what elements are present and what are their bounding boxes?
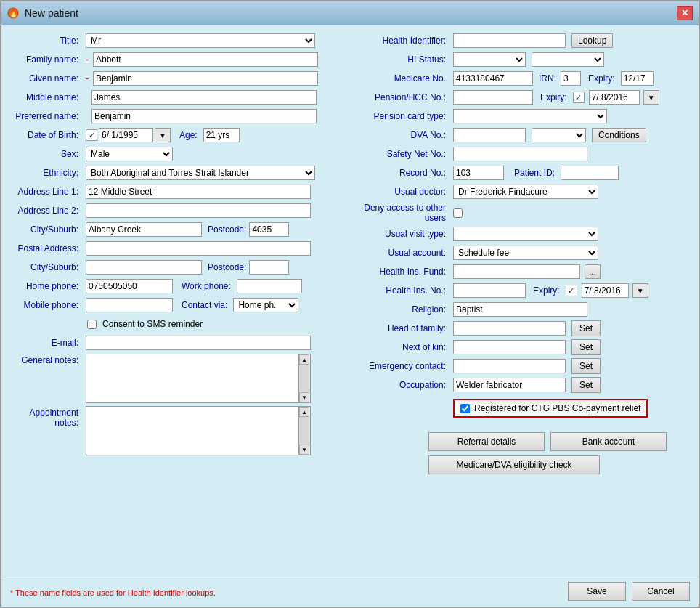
- pension-card-type-select[interactable]: [453, 109, 607, 123]
- address2-input[interactable]: [86, 203, 311, 218]
- sex-select[interactable]: Male: [86, 147, 173, 161]
- address1-input[interactable]: [86, 185, 311, 199]
- pension-calendar-button[interactable]: ▼: [643, 90, 659, 105]
- usual-doctor-select[interactable]: Dr Frederick Findacure: [453, 185, 598, 199]
- city-input[interactable]: [86, 222, 202, 237]
- hi-status-select2[interactable]: [532, 52, 604, 67]
- emergency-contact-label: Emergency contact:: [356, 361, 450, 371]
- medicare-expiry-input[interactable]: [621, 71, 654, 86]
- medicare-dva-check-button[interactable]: Medicare/DVA eligibility check: [428, 455, 600, 474]
- general-notes-scroll-up[interactable]: ▲: [299, 354, 309, 365]
- conditions-button[interactable]: Conditions: [592, 128, 646, 142]
- health-ins-expiry-input[interactable]: [582, 283, 629, 298]
- bank-account-button[interactable]: Bank account: [550, 432, 667, 451]
- ethnicity-select[interactable]: Both Aboriginal and Torres Strait Island…: [86, 166, 315, 180]
- medicare-expiry-label: Expiry:: [588, 73, 615, 84]
- general-notes-scroll-down[interactable]: ▼: [299, 392, 309, 402]
- consent-sms-label: Consent to SMS reminder: [102, 319, 203, 329]
- given-name-input[interactable]: [93, 71, 318, 86]
- hi-input[interactable]: [453, 33, 566, 48]
- postal-address-input[interactable]: [86, 241, 311, 256]
- patient-id-label: Patient ID:: [514, 168, 555, 178]
- record-no-label: Record No.:: [356, 168, 450, 178]
- postcode-label: Postcode:: [208, 224, 246, 235]
- middle-name-input[interactable]: [91, 90, 317, 105]
- religion-input[interactable]: [453, 302, 587, 317]
- save-cancel-row: Save Cancel: [568, 582, 690, 601]
- health-ins-fund-input[interactable]: [453, 264, 580, 279]
- head-of-family-set-button[interactable]: Set: [571, 320, 601, 336]
- occupation-input[interactable]: [453, 378, 566, 392]
- record-no-input[interactable]: [453, 166, 504, 180]
- save-button[interactable]: Save: [568, 582, 626, 601]
- irn-label: IRN:: [539, 73, 556, 84]
- dva-label: DVA No.:: [356, 130, 450, 140]
- head-of-family-input[interactable]: [453, 321, 566, 336]
- ctg-checkbox[interactable]: [460, 404, 470, 413]
- irn-input[interactable]: [561, 71, 581, 86]
- referral-details-button[interactable]: Referral details: [428, 432, 545, 451]
- deny-access-checkbox[interactable]: [453, 208, 463, 218]
- appointment-notes-scroll-down[interactable]: ▼: [299, 445, 309, 455]
- lookup-button[interactable]: Lookup: [571, 33, 613, 48]
- occupation-set-button[interactable]: Set: [571, 377, 601, 393]
- health-ins-expiry-checkbox[interactable]: [566, 285, 577, 296]
- health-ins-calendar-button[interactable]: ▼: [632, 283, 648, 298]
- medicare-input[interactable]: [453, 71, 533, 86]
- dob-checkbox[interactable]: [86, 129, 97, 141]
- home-phone-input[interactable]: [86, 279, 173, 293]
- dva-type-select[interactable]: [532, 128, 586, 142]
- dob-input[interactable]: [99, 128, 153, 142]
- postal-address-label: Postal Address:: [10, 243, 83, 254]
- work-phone-label: Work phone:: [182, 281, 231, 291]
- health-ins-fund-browse-button[interactable]: ...: [585, 264, 601, 279]
- emergency-contact-set-button[interactable]: Set: [571, 358, 601, 374]
- usual-visit-select[interactable]: [453, 227, 598, 241]
- next-of-kin-input[interactable]: [453, 340, 566, 354]
- contact-via-label: Contact via:: [182, 300, 227, 310]
- family-name-input[interactable]: [93, 52, 318, 67]
- ethnicity-label: Ethnicity:: [10, 168, 83, 178]
- medicare-label: Medicare No.: [356, 73, 450, 84]
- health-ins-no-input[interactable]: [453, 283, 526, 298]
- general-notes-scrolltrack: [299, 365, 310, 392]
- appointment-notes-textarea[interactable]: [86, 406, 299, 455]
- cancel-button[interactable]: Cancel: [632, 582, 690, 601]
- ctg-label: Registered for CTG PBS Co-payment relief: [474, 403, 640, 413]
- postal-city-input[interactable]: [86, 260, 202, 275]
- general-notes-textarea[interactable]: [86, 354, 299, 403]
- pension-input[interactable]: [453, 90, 533, 105]
- ctg-box: Registered for CTG PBS Co-payment relief: [453, 399, 648, 418]
- dva-input[interactable]: [453, 128, 526, 142]
- postal-city-label: City/Suburb:: [10, 262, 83, 272]
- preferred-name-label: Preferred name:: [10, 111, 83, 121]
- pension-expiry-input[interactable]: [589, 90, 640, 105]
- appointment-notes-scroll-up[interactable]: ▲: [299, 407, 309, 417]
- title-select[interactable]: Mr: [86, 33, 315, 48]
- next-of-kin-set-button[interactable]: Set: [571, 339, 601, 355]
- hi-status-select1[interactable]: [453, 52, 526, 67]
- preferred-name-input[interactable]: [91, 109, 317, 123]
- pension-expiry-checkbox[interactable]: [573, 92, 585, 103]
- address2-label: Address Line 2:: [10, 206, 83, 216]
- work-phone-input[interactable]: [237, 279, 302, 293]
- usual-account-select[interactable]: Schedule fee: [453, 246, 598, 260]
- dob-calendar-button[interactable]: ▼: [155, 128, 171, 142]
- age-input: [203, 128, 240, 142]
- emergency-contact-input[interactable]: [453, 359, 566, 373]
- pension-label: Pension/HCC No.:: [356, 92, 450, 102]
- safety-net-input[interactable]: [453, 147, 587, 161]
- head-of-family-label: Head of family:: [356, 323, 450, 333]
- age-label: Age:: [179, 130, 198, 140]
- postal-postcode-input[interactable]: [249, 260, 289, 275]
- patient-id-input[interactable]: [561, 166, 619, 180]
- consent-sms-checkbox[interactable]: [87, 320, 97, 329]
- contact-via-select[interactable]: Home ph.: [233, 298, 298, 312]
- hi-label: Health Identifier:: [356, 36, 450, 46]
- close-button[interactable]: ✕: [677, 6, 693, 20]
- mobile-phone-input[interactable]: [86, 298, 173, 312]
- email-input[interactable]: [86, 336, 311, 350]
- postcode-input[interactable]: [249, 222, 289, 237]
- hi-status-label: HI Status:: [356, 54, 450, 65]
- title-field-label: Title:: [10, 36, 83, 46]
